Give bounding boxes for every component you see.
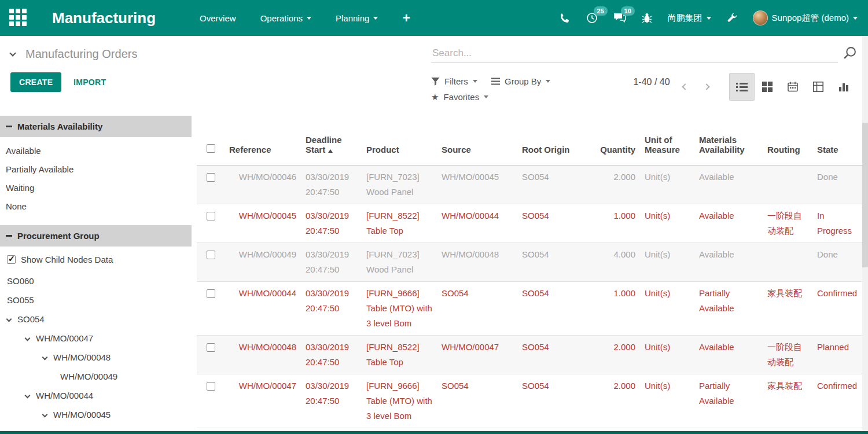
menu-operations[interactable]: Operations <box>260 13 311 23</box>
pivot-view-button[interactable] <box>806 73 831 101</box>
show-child-nodes-checkbox[interactable] <box>7 255 16 264</box>
tree-item[interactable]: WH/MO/00047 <box>0 329 192 348</box>
col-state[interactable]: State <box>812 110 862 165</box>
pager-range: 1-40 / 40 <box>631 74 672 90</box>
messages-icon[interactable]: 10 <box>613 12 626 24</box>
procurement-tree: SO060 SO055 SO054 WH/MO/00047 WH/MO/0004… <box>0 271 192 424</box>
chevron-down-icon[interactable] <box>6 317 12 322</box>
tree-item[interactable]: SO054 <box>0 310 192 329</box>
chevron-down-icon[interactable] <box>25 336 31 341</box>
activities-clock-icon[interactable]: 25 <box>586 12 598 24</box>
search-bar <box>431 45 857 63</box>
chevron-down-icon <box>707 17 711 20</box>
systray: 25 10 尚鹏集团 Sunpop超管 (demo) <box>560 10 858 25</box>
row-checkbox[interactable] <box>207 212 215 220</box>
bar-chart-icon <box>838 82 849 91</box>
filters-button[interactable]: Filters <box>431 76 477 86</box>
app-title: Manufacturing <box>52 9 156 27</box>
table-row[interactable]: WH/MO/00045 03/30/2019 20:47:50 [FURN_85… <box>197 204 862 242</box>
row-checkbox[interactable] <box>207 343 215 352</box>
table-row[interactable]: WH/MO/00049 03/30/2019 20:47:50 [FURN_70… <box>197 242 862 281</box>
row-checkbox[interactable] <box>207 289 215 298</box>
scrollbar-thumb[interactable] <box>862 123 868 267</box>
menu-overview[interactable]: Overview <box>200 13 236 23</box>
sort-ascending-icon <box>328 149 333 153</box>
search-input[interactable] <box>431 45 838 63</box>
table-row[interactable]: WH/MO/00046 03/30/2019 20:47:50 [FURN_70… <box>197 165 862 204</box>
import-button[interactable]: IMPORT <box>73 78 106 87</box>
col-product[interactable]: Product <box>362 110 437 165</box>
list-view-button[interactable] <box>729 73 755 101</box>
phone-icon[interactable] <box>560 13 571 24</box>
company-menu[interactable]: 尚鹏集团 <box>668 13 711 24</box>
chevron-down-icon[interactable] <box>9 50 16 56</box>
filter-available[interactable]: Available <box>0 142 192 160</box>
group-by-button[interactable]: Group By <box>491 76 550 86</box>
tools-wrench-icon[interactable] <box>727 13 737 23</box>
show-child-nodes-option[interactable]: Show Child Nodes Data <box>0 255 192 264</box>
pager-previous-button[interactable] <box>683 82 687 91</box>
manufacturing-orders-table: Reference Deadline Start Product Source … <box>197 110 862 428</box>
search-icon[interactable] <box>843 46 857 63</box>
chevron-down-icon[interactable] <box>42 355 48 361</box>
col-quantity[interactable]: Quantity <box>593 110 640 165</box>
col-deadline-start[interactable]: Deadline Start <box>301 110 362 165</box>
graph-view-button[interactable] <box>831 73 856 101</box>
star-icon: ★ <box>431 93 439 101</box>
col-routing[interactable]: Routing <box>763 110 812 165</box>
filter-none[interactable]: None <box>0 197 192 216</box>
funnel-icon <box>431 77 440 86</box>
pager-next-button[interactable] <box>704 82 709 91</box>
col-reference[interactable]: Reference <box>225 110 301 165</box>
table-row[interactable]: WH/MO/00047 03/30/2019 20:47:50 [FURN_96… <box>197 374 862 428</box>
tree-item[interactable]: WH/MO/00044 <box>0 386 192 405</box>
col-root-origin[interactable]: Root Origin <box>517 110 593 165</box>
breadcrumb: Manufacturing Orders <box>10 47 137 61</box>
chevron-down-icon <box>853 17 858 20</box>
create-button[interactable]: CREATE <box>10 72 61 92</box>
main-menu: Overview Operations Planning + <box>200 12 410 25</box>
user-avatar <box>753 10 768 25</box>
row-checkbox[interactable] <box>207 173 215 182</box>
tree-item[interactable]: WH/MO/00049 <box>0 367 192 386</box>
tree-item[interactable]: SO060 <box>0 271 192 290</box>
favorites-button[interactable]: ★ Favorites <box>431 92 488 102</box>
col-unit-of-measure[interactable]: Unit of Measure <box>640 110 694 165</box>
chevron-down-icon <box>307 17 311 20</box>
col-materials-availability[interactable]: Materials Availability <box>694 110 763 165</box>
page-title: Manufacturing Orders <box>25 47 137 61</box>
filter-partially-available[interactable]: Partially Available <box>0 160 192 179</box>
chevron-down-icon[interactable] <box>25 393 31 399</box>
collapse-icon <box>6 126 12 127</box>
search-panel-sidebar: Materials Availability Available Partial… <box>0 116 192 431</box>
row-checkbox[interactable] <box>207 382 215 391</box>
top-navbar: Manufacturing Overview Operations Planni… <box>0 0 868 36</box>
chevron-down-icon <box>373 17 378 20</box>
table-row[interactable]: WH/MO/00048 03/30/2019 20:47:50 [FURN_85… <box>197 335 862 374</box>
tree-item[interactable]: SO055 <box>0 290 192 310</box>
kanban-icon <box>762 82 773 92</box>
filter-waiting[interactable]: Waiting <box>0 179 192 197</box>
calendar-view-button[interactable] <box>780 73 806 101</box>
row-checkbox[interactable] <box>207 251 215 259</box>
vertical-scrollbar[interactable] <box>862 36 868 434</box>
chevron-down-icon <box>484 95 488 98</box>
select-all-checkbox[interactable] <box>207 144 215 153</box>
col-source[interactable]: Source <box>437 110 517 165</box>
apps-menu-icon[interactable] <box>9 9 28 27</box>
tree-item[interactable]: WH/MO/00048 <box>0 348 192 367</box>
user-menu[interactable]: Sunpop超管 (demo) <box>753 10 858 25</box>
chevron-down-icon[interactable] <box>42 412 48 418</box>
tree-item[interactable]: WH/MO/00045 <box>0 405 192 424</box>
table-row[interactable]: WH/MO/00044 03/30/2019 20:47:50 [FURN_96… <box>197 281 862 335</box>
menu-plus-button[interactable]: + <box>402 12 410 25</box>
table-header-row: Reference Deadline Start Product Source … <box>197 110 862 165</box>
bottom-edge-bar <box>0 431 868 434</box>
kanban-view-button[interactable] <box>755 73 780 101</box>
materials-availability-header[interactable]: Materials Availability <box>0 116 192 137</box>
menu-planning[interactable]: Planning <box>336 13 378 23</box>
message-count-badge: 10 <box>621 6 635 16</box>
procurement-group-header[interactable]: Procurement Group <box>0 225 192 247</box>
debug-bug-icon[interactable] <box>642 12 652 24</box>
control-panel: Manufacturing Orders CREATE IMPORT Filte… <box>0 36 868 110</box>
